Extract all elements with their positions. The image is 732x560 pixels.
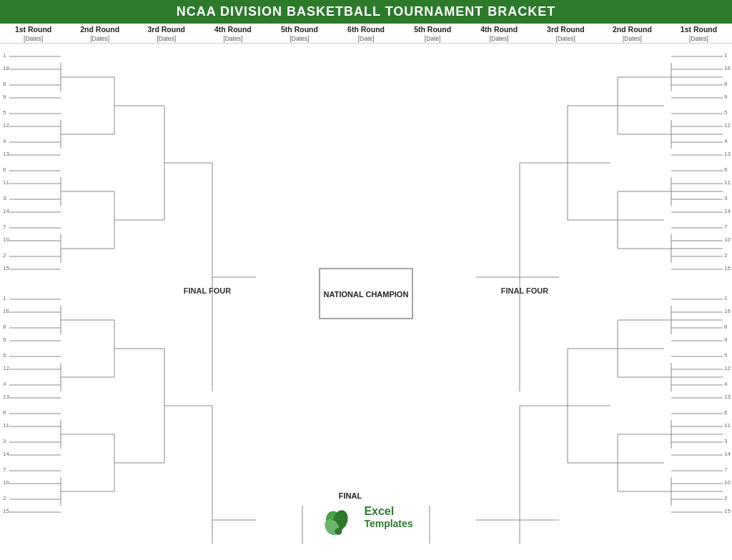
round-header-r1: 1st Round [Dates] — [666, 24, 732, 43]
svg-text:7: 7 — [724, 224, 728, 230]
svg-text:FINAL FOUR: FINAL FOUR — [184, 286, 231, 295]
svg-text:FINAL FOUR: FINAL FOUR — [501, 286, 548, 295]
svg-text:11: 11 — [724, 179, 731, 186]
svg-text:13: 13 — [724, 394, 731, 400]
svg-text:6: 6 — [724, 166, 728, 173]
main-bracket-svg: 1168951241361131471021511689512413611314… — [0, 44, 732, 544]
main-title: NCAA DIVISION BASKETBALL TOURNAMENT BRAC… — [0, 0, 732, 24]
svg-text:8: 8 — [3, 81, 6, 87]
svg-text:12: 12 — [724, 365, 731, 371]
svg-text:2: 2 — [724, 252, 728, 259]
svg-text:14: 14 — [724, 451, 731, 457]
rounds-header: 1st Round [Dates] 2nd Round [Dates] 3rd … — [0, 24, 732, 44]
svg-text:8: 8 — [724, 324, 728, 330]
svg-text:2: 2 — [3, 495, 6, 501]
svg-text:6: 6 — [724, 409, 728, 416]
svg-text:16: 16 — [3, 65, 9, 71]
svg-text:6: 6 — [3, 166, 6, 173]
round-header-r2: 2nd Round [Dates] — [599, 24, 666, 43]
round-header-l2: 2nd Round [Dates] — [66, 24, 133, 43]
round-header-l1: 1st Round [Dates] — [0, 24, 66, 43]
svg-text:4: 4 — [3, 381, 6, 387]
svg-text:14: 14 — [724, 208, 731, 214]
svg-text:9: 9 — [724, 94, 728, 100]
round-header-l3: 3rd Round [Dates] — [133, 24, 199, 43]
svg-text:NATIONAL CHAMPION: NATIONAL CHAMPION — [324, 290, 409, 299]
svg-text:4: 4 — [724, 381, 728, 387]
round-header-l4: 4th Round [Dates] — [199, 24, 266, 43]
svg-text:1: 1 — [3, 295, 6, 301]
svg-text:7: 7 — [724, 466, 728, 473]
svg-text:12: 12 — [3, 365, 9, 371]
svg-text:10: 10 — [3, 479, 9, 486]
svg-text:5: 5 — [3, 352, 6, 359]
svg-text:2: 2 — [724, 495, 728, 501]
svg-text:FINAL: FINAL — [339, 491, 362, 500]
svg-text:16: 16 — [724, 308, 731, 314]
svg-text:15: 15 — [724, 508, 731, 514]
svg-text:14: 14 — [3, 208, 9, 214]
svg-text:3: 3 — [724, 195, 728, 201]
svg-text:15: 15 — [724, 265, 731, 271]
svg-text:8: 8 — [724, 81, 728, 87]
round-header-r4: 4th Round [Dates] — [466, 24, 533, 43]
svg-text:6: 6 — [3, 409, 6, 416]
svg-text:10: 10 — [724, 236, 731, 243]
svg-text:3: 3 — [3, 195, 6, 201]
svg-text:12: 12 — [724, 122, 731, 129]
svg-text:5: 5 — [3, 109, 6, 116]
svg-text:15: 15 — [3, 508, 9, 514]
svg-text:3: 3 — [724, 438, 728, 444]
svg-text:4: 4 — [724, 138, 728, 144]
round-header-l5: 5th Round [Dates] — [266, 24, 332, 43]
svg-text:7: 7 — [3, 224, 6, 230]
svg-text:16: 16 — [3, 308, 9, 314]
svg-text:1: 1 — [724, 52, 728, 59]
svg-text:12: 12 — [3, 122, 9, 129]
svg-text:14: 14 — [3, 451, 9, 457]
round-header-r3: 3rd Round [Dates] — [533, 24, 599, 43]
svg-text:13: 13 — [3, 151, 9, 157]
svg-text:1: 1 — [724, 295, 728, 301]
svg-text:11: 11 — [3, 422, 9, 429]
svg-text:11: 11 — [3, 179, 9, 186]
svg-text:8: 8 — [3, 324, 6, 330]
round-header-l6: 6th Round [Date] — [332, 24, 399, 43]
svg-text:7: 7 — [3, 466, 6, 473]
svg-text:15: 15 — [3, 265, 9, 271]
svg-text:5: 5 — [724, 109, 728, 116]
svg-text:13: 13 — [3, 394, 9, 400]
svg-text:13: 13 — [724, 151, 731, 157]
svg-text:9: 9 — [3, 336, 6, 343]
svg-text:9: 9 — [724, 336, 728, 343]
svg-text:9: 9 — [3, 94, 6, 100]
svg-text:3: 3 — [3, 438, 6, 444]
round-header-r5: 5th Round [Date] — [400, 24, 466, 43]
bracket-container: NCAA DIVISION BASKETBALL TOURNAMENT BRAC… — [0, 0, 732, 560]
bracket-body: .slotline { stroke: #888; stroke-width: … — [0, 44, 732, 544]
svg-text:1: 1 — [3, 52, 6, 59]
svg-text:16: 16 — [724, 65, 731, 71]
svg-text:4: 4 — [3, 138, 6, 144]
svg-text:10: 10 — [724, 479, 731, 486]
svg-text:5: 5 — [724, 352, 728, 359]
svg-text:10: 10 — [3, 236, 9, 243]
svg-text:2: 2 — [3, 252, 6, 259]
svg-text:11: 11 — [724, 422, 731, 429]
